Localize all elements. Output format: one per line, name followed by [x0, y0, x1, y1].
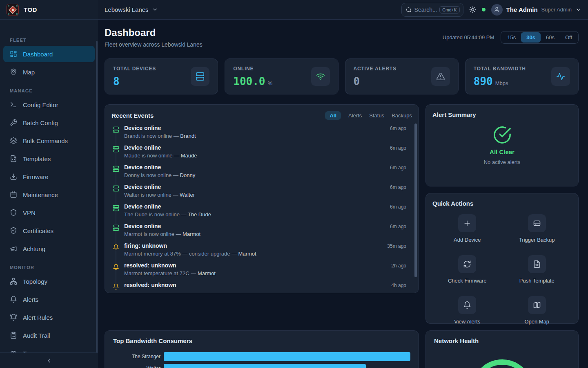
bandwidth-row: The Stranger: [113, 350, 410, 362]
alert-triangle-icon: [431, 67, 450, 86]
health-ring-gauge: 100: [472, 359, 533, 368]
event-top: Device online6m ago: [124, 144, 412, 151]
server-icon: [113, 205, 119, 211]
sidebar-section-label: Manage: [3, 88, 95, 93]
sidebar-section-label: Monitor: [3, 265, 95, 270]
event-tab-all[interactable]: All: [325, 111, 341, 120]
event-body: Device online6m agoMaude is now online —…: [124, 144, 412, 164]
bandwidth-card: Top Bandwidth Consumers The StrangerWalt…: [105, 330, 419, 368]
event-row: Device online6m agoThe Dude is now onlin…: [113, 203, 412, 223]
event-tab-alerts[interactable]: Alerts: [348, 112, 362, 119]
refresh-icon: [458, 255, 476, 273]
event-tab-status[interactable]: Status: [369, 112, 384, 119]
server-icon: [113, 146, 119, 153]
sidebar-item-achtung[interactable]: Achtung: [3, 240, 95, 257]
sidebar-item-label: Topology: [23, 278, 47, 285]
events-list: Device online6m agoBrandt is now online …: [113, 125, 412, 291]
event-time: 6m ago: [390, 184, 412, 190]
bandwidth-device-label: Walter: [113, 366, 160, 368]
brand: TOD: [0, 0, 98, 20]
network-health-card: Network Health 100: [425, 330, 579, 368]
org-switcher[interactable]: Lebowski Lanes: [105, 6, 158, 13]
layout-dashboard-icon: [10, 50, 17, 58]
chevron-down-icon: [152, 7, 158, 13]
bandwidth-bar-track: [164, 364, 410, 368]
sidebar-item-map[interactable]: Map: [3, 64, 95, 80]
event-top: Device online6m ago: [124, 223, 412, 229]
bell-icon: [113, 244, 119, 251]
quick-actions-card: Quick Actions Add DeviceTrigger BackupCh…: [425, 193, 579, 324]
stat-label: ACTIVE ALERTS: [354, 66, 396, 72]
check-firmware-button[interactable]: Check Firmware: [432, 255, 502, 284]
event-subtitle: Walter is now online — Walter: [124, 192, 412, 198]
quick-action-label: View Alerts: [454, 319, 480, 325]
sidebar-item-firmware[interactable]: Firmware: [3, 168, 95, 185]
event-time: 6m ago: [390, 165, 412, 171]
event-title: Device online: [124, 223, 161, 229]
event-top: Device online6m ago: [124, 184, 412, 190]
sidebar-item-topology[interactable]: Topology: [3, 273, 95, 289]
sidebar-item-batch-config[interactable]: Batch Config: [3, 114, 95, 131]
sidebar-item-config-editor[interactable]: Config Editor: [3, 96, 95, 113]
quick-actions-grid: Add DeviceTrigger BackupCheck FirmwarePu…: [432, 214, 572, 325]
event-time: 2h ago: [391, 263, 412, 269]
sidebar-section: MonitorTopologyAlertsAlert RulesAudit Tr…: [3, 265, 95, 352]
event-subtitle: Marmot memory at 87% — consider upgrade …: [124, 251, 412, 257]
quick-action-label: Push Template: [519, 278, 555, 284]
map-icon: [528, 296, 546, 314]
sidebar-item-label: VPN: [23, 209, 36, 216]
sidebar-scrollbar[interactable]: [96, 41, 98, 352]
sidebar-item-label: Achtung: [23, 245, 45, 252]
interval-button-15s[interactable]: 15s: [502, 32, 521, 43]
stat-value-row: 100.0%: [233, 75, 272, 88]
stat-value: 0: [354, 75, 360, 88]
sidebar-collapse-button[interactable]: [0, 352, 98, 368]
event-time: 35m ago: [387, 243, 412, 249]
main-content: Dashboard Fleet overview across Lebowski…: [98, 20, 588, 368]
view-alerts-button[interactable]: View Alerts: [432, 296, 502, 325]
download-icon: [10, 173, 17, 180]
network-icon: [10, 278, 17, 285]
shield-icon: [10, 209, 17, 216]
event-tab-backups[interactable]: Backups: [392, 112, 412, 119]
user-menu[interactable]: The Admin Super Admin: [491, 4, 581, 16]
event-filter-tabs: AllAlertsStatusBackups: [325, 111, 412, 120]
sidebar-section: FleetDashboardMap: [3, 38, 95, 80]
interval-button-30s[interactable]: 30s: [521, 32, 541, 43]
trigger-backup-button[interactable]: Trigger Backup: [502, 214, 572, 243]
user-icon: [494, 7, 500, 13]
event-time: 6m ago: [390, 224, 412, 229]
interval-button-60s[interactable]: 60s: [541, 32, 560, 43]
sidebar-item-certificates[interactable]: Certificates: [3, 222, 95, 239]
sidebar-item-label: Audit Trail: [23, 332, 50, 339]
event-time: 6m ago: [390, 204, 412, 210]
sidebar-item-transparency[interactable]: Transparency: [3, 345, 95, 352]
sidebar-item-dashboard[interactable]: Dashboard: [3, 46, 95, 62]
sidebar-item-audit-trail[interactable]: Audit Trail: [3, 327, 95, 343]
sidebar-item-alerts[interactable]: Alerts: [3, 291, 95, 307]
add-device-button[interactable]: Add Device: [432, 214, 502, 243]
search-input[interactable]: Search... Cmd+K: [401, 3, 463, 17]
interval-button-off[interactable]: Off: [560, 32, 577, 43]
events-scrollbar[interactable]: [414, 123, 417, 277]
stat-label: TOTAL DEVICES: [113, 66, 156, 72]
bell-icon: [113, 264, 119, 270]
open-map-button[interactable]: Open Map: [502, 296, 572, 325]
bell-icon: [458, 296, 476, 314]
stat-card-total-bandwidth: TOTAL BANDWIDTH890Mbps: [465, 58, 579, 94]
server-icon: [113, 224, 119, 231]
stat-unit: %: [268, 80, 273, 86]
theme-toggle-button[interactable]: [469, 6, 476, 13]
sidebar-item-templates[interactable]: Templates: [3, 150, 95, 167]
bandwidth-bars: The StrangerWalter: [113, 350, 410, 368]
sidebar-item-bulk-commands[interactable]: Bulk Commands: [3, 132, 95, 149]
quick-action-label: Check Firmware: [448, 278, 487, 284]
sidebar-item-vpn[interactable]: VPN: [3, 204, 95, 221]
sidebar-item-maintenance[interactable]: Maintenance: [3, 186, 95, 203]
sidebar-item-label: Batch Config: [23, 119, 58, 126]
push-template-button[interactable]: Push Template: [502, 255, 572, 284]
bandwidth-bar: [164, 364, 366, 368]
sidebar-item-alert-rules[interactable]: Alert Rules: [3, 309, 95, 325]
hard-drive-icon: [528, 214, 546, 232]
stat-value: 100.0: [233, 75, 265, 88]
